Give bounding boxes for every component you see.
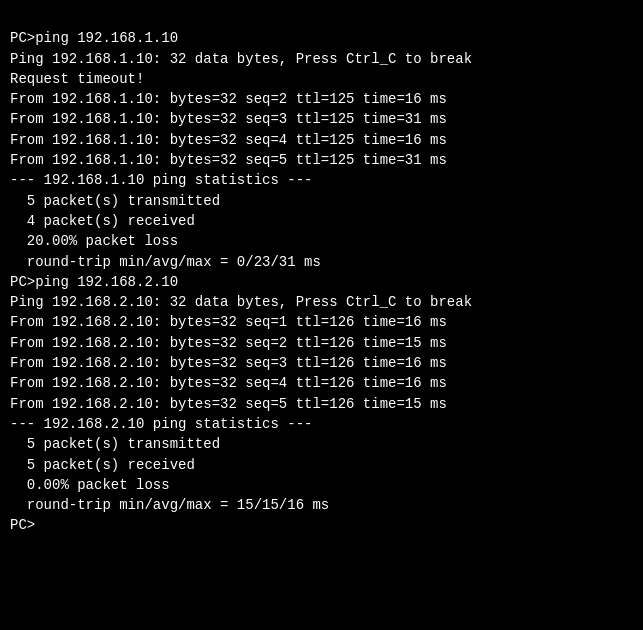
terminal-line-ping2-loss: 0.00% packet loss <box>10 475 633 495</box>
terminal-line-ping2-received: 5 packet(s) received <box>10 455 633 475</box>
terminal-line-ping2-transmitted: 5 packet(s) transmitted <box>10 434 633 454</box>
terminal-line-ping2-seq2: From 192.168.2.10: bytes=32 seq=2 ttl=12… <box>10 333 633 353</box>
terminal-line-ping1-seq3: From 192.168.1.10: bytes=32 seq=3 ttl=12… <box>10 109 633 129</box>
terminal-line-ping2-seq1: From 192.168.2.10: bytes=32 seq=1 ttl=12… <box>10 312 633 332</box>
terminal-line-ping1-seq4: From 192.168.1.10: bytes=32 seq=4 ttl=12… <box>10 130 633 150</box>
terminal-line-ping2-stats-header: --- 192.168.2.10 ping statistics --- <box>10 414 633 434</box>
terminal-line-ping2-rtt: round-trip min/avg/max = 15/15/16 ms <box>10 495 633 515</box>
terminal-line-ping1-transmitted: 5 packet(s) transmitted <box>10 191 633 211</box>
terminal-line-ping1-received: 4 packet(s) received <box>10 211 633 231</box>
terminal-line-cmd2: PC>ping 192.168.2.10 <box>10 272 633 292</box>
terminal-line-cmd1: PC>ping 192.168.1.10 <box>10 28 633 48</box>
terminal-line-ping1-rtt: round-trip min/avg/max = 0/23/31 ms <box>10 252 633 272</box>
terminal-line-ping1-seq2: From 192.168.1.10: bytes=32 seq=2 ttl=12… <box>10 89 633 109</box>
terminal-line-ping2-header: Ping 192.168.2.10: 32 data bytes, Press … <box>10 292 633 312</box>
terminal-line-ping2-seq5: From 192.168.2.10: bytes=32 seq=5 ttl=12… <box>10 394 633 414</box>
terminal-line-ping1-loss: 20.00% packet loss <box>10 231 633 251</box>
terminal-line-ping1-header: Ping 192.168.1.10: 32 data bytes, Press … <box>10 49 633 69</box>
terminal-window: PC>ping 192.168.1.10Ping 192.168.1.10: 3… <box>0 0 643 630</box>
terminal-line-prompt: PC> <box>10 515 633 535</box>
terminal-line-ping1-stats-header: --- 192.168.1.10 ping statistics --- <box>10 170 633 190</box>
terminal-line-ping1-timeout: Request timeout! <box>10 69 633 89</box>
terminal-line-ping1-seq5: From 192.168.1.10: bytes=32 seq=5 ttl=12… <box>10 150 633 170</box>
terminal-line-ping2-seq4: From 192.168.2.10: bytes=32 seq=4 ttl=12… <box>10 373 633 393</box>
terminal-line-ping2-seq3: From 192.168.2.10: bytes=32 seq=3 ttl=12… <box>10 353 633 373</box>
